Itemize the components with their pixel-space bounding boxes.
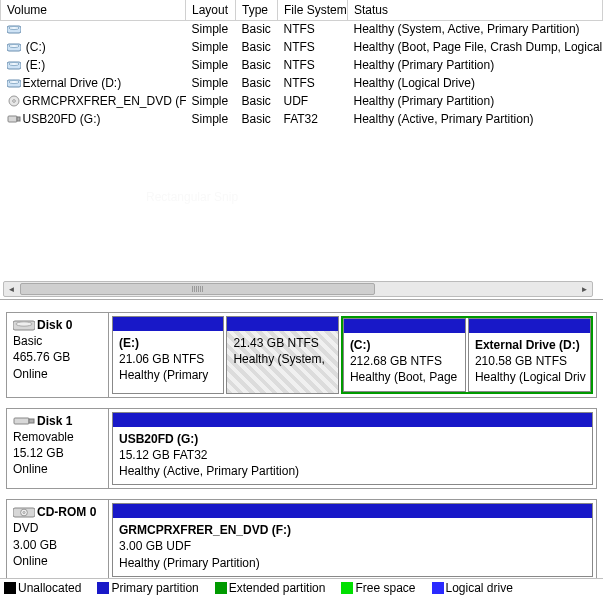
table-row[interactable]: (C:)SimpleBasicNTFSHealthy (Boot, Page F… (1, 38, 603, 56)
partition-size: 3.00 GB UDF (119, 538, 586, 554)
volume-name: (E:) (23, 58, 46, 72)
volume-name: GRMCPRXFRER_EN_DVD (F:) (23, 94, 186, 108)
disk-icon (13, 415, 35, 427)
partition-label: GRMCPRXFRER_EN_DVD (F:) (119, 522, 586, 538)
partition-status: Healthy (Active, Primary Partition) (119, 463, 586, 479)
table-row[interactable]: (E:)SimpleBasicNTFSHealthy (Primary Part… (1, 56, 603, 74)
volume-icon (7, 23, 21, 35)
volume-type: Basic (236, 74, 278, 92)
disk-icon (13, 506, 35, 518)
volume-type: Basic (236, 110, 278, 128)
partition[interactable]: External Drive (D:)210.58 GB NTFSHealthy… (468, 318, 591, 392)
legend-swatch-logical (432, 582, 444, 594)
disk-state: Online (13, 553, 102, 569)
partition-strip: USB20FD (G:)15.12 GB FAT32Healthy (Activ… (109, 409, 596, 489)
volume-name: USB20FD (G:) (23, 112, 101, 126)
table-row[interactable]: GRMCPRXFRER_EN_DVD (F:)SimpleBasicUDFHea… (1, 92, 603, 110)
partition-size: 15.12 GB FAT32 (119, 447, 586, 463)
partition-header (227, 317, 337, 331)
partition-status: Healthy (Boot, Page (350, 369, 459, 385)
partition-status: Healthy (Primary Partition) (119, 555, 586, 571)
volume-status: Healthy (System, Active, Primary Partiti… (348, 20, 603, 38)
partition-header (469, 319, 590, 333)
legend-bar: Unallocated Primary partition Extended p… (0, 578, 603, 596)
disk-row: Disk 0Basic465.76 GBOnline(E:)21.06 GB N… (6, 312, 597, 398)
partition[interactable]: 21.43 GB NTFSHealthy (System, (226, 316, 338, 394)
volume-fs: NTFS (278, 74, 348, 92)
partition-header (113, 317, 223, 331)
partition-header (113, 413, 592, 427)
volume-status: Healthy (Active, Primary Partition) (348, 110, 603, 128)
legend-swatch-unallocated (4, 582, 16, 594)
col-type[interactable]: Type (236, 0, 278, 20)
volume-fs: NTFS (278, 56, 348, 74)
volume-fs: NTFS (278, 20, 348, 38)
disk-kind: Removable (13, 429, 102, 445)
scroll-right-icon[interactable]: ► (577, 282, 592, 296)
disk-row: CD-ROM 0DVD3.00 GBOnlineGRMCPRXFRER_EN_D… (6, 499, 597, 578)
disk-info: Disk 1Removable15.12 GBOnline (7, 409, 109, 489)
table-row[interactable]: USB20FD (G:)SimpleBasicFAT32Healthy (Act… (1, 110, 603, 128)
extended-partition-container: (C:)212.68 GB NTFSHealthy (Boot, PageExt… (341, 316, 593, 394)
disk-title: Disk 0 (37, 318, 72, 332)
volume-layout: Simple (186, 38, 236, 56)
col-filesystem[interactable]: File System (278, 0, 348, 20)
volume-fs: FAT32 (278, 110, 348, 128)
partition-label: (C:) (350, 337, 459, 353)
partition-size: 21.43 GB NTFS (233, 335, 331, 351)
partition-header (113, 504, 592, 518)
disk-row: Disk 1Removable15.12 GBOnlineUSB20FD (G:… (6, 408, 597, 490)
volumes-table[interactable]: Volume Layout Type File System Status Si… (0, 0, 603, 128)
disk-size: 465.76 GB (13, 349, 102, 365)
volume-icon (7, 113, 21, 125)
disk-title: CD-ROM 0 (37, 505, 96, 519)
disk-info: Disk 0Basic465.76 GBOnline (7, 313, 109, 397)
table-row[interactable]: External Drive (D:)SimpleBasicNTFSHealth… (1, 74, 603, 92)
partition[interactable]: (C:)212.68 GB NTFSHealthy (Boot, Page (343, 318, 466, 392)
volume-fs: UDF (278, 92, 348, 110)
partition-status: Healthy (Logical Driv (475, 369, 584, 385)
col-layout[interactable]: Layout (186, 0, 236, 20)
partition-header (344, 319, 465, 333)
col-volume[interactable]: Volume (1, 0, 186, 20)
legend-label-extended: Extended partition (229, 581, 326, 595)
col-status[interactable]: Status (348, 0, 603, 20)
disk-icon (13, 319, 35, 331)
partition-label: External Drive (D:) (475, 337, 584, 353)
volume-layout: Simple (186, 92, 236, 110)
scrollbar-thumb[interactable] (20, 283, 375, 295)
legend-swatch-primary (97, 582, 109, 594)
disk-kind: Basic (13, 333, 102, 349)
disk-info: CD-ROM 0DVD3.00 GBOnline (7, 500, 109, 578)
volume-status: Healthy (Primary Partition) (348, 92, 603, 110)
legend-swatch-freespace (341, 582, 353, 594)
partition-strip: GRMCPRXFRER_EN_DVD (F:)3.00 GB UDFHealth… (109, 500, 596, 578)
disk-state: Online (13, 461, 102, 477)
disk-state: Online (13, 366, 102, 382)
partition-size: 210.58 GB NTFS (475, 353, 584, 369)
table-row[interactable]: SimpleBasicNTFSHealthy (System, Active, … (1, 20, 603, 38)
disk-graphical-pane: Disk 0Basic465.76 GBOnline(E:)21.06 GB N… (0, 305, 603, 578)
volume-layout: Simple (186, 74, 236, 92)
disk-title: Disk 1 (37, 414, 72, 428)
legend-swatch-extended (215, 582, 227, 594)
partition[interactable]: (E:)21.06 GB NTFSHealthy (Primary (112, 316, 224, 394)
volume-icon (7, 95, 21, 107)
volume-layout: Simple (186, 56, 236, 74)
legend-label-unallocated: Unallocated (18, 581, 81, 595)
volume-icon (7, 41, 21, 53)
partition-size: 21.06 GB NTFS (119, 351, 217, 367)
volume-type: Basic (236, 56, 278, 74)
partition-size: 212.68 GB NTFS (350, 353, 459, 369)
partition-status: Healthy (Primary (119, 367, 217, 383)
volume-type: Basic (236, 38, 278, 56)
volumes-horizontal-scrollbar[interactable]: ◄ ► (3, 281, 593, 297)
volume-icon (7, 59, 21, 71)
partition[interactable]: GRMCPRXFRER_EN_DVD (F:)3.00 GB UDFHealth… (112, 503, 593, 577)
volumes-pane: Volume Layout Type File System Status Si… (0, 0, 603, 300)
scroll-left-icon[interactable]: ◄ (4, 282, 19, 296)
partition[interactable]: USB20FD (G:)15.12 GB FAT32Healthy (Activ… (112, 412, 593, 486)
volume-name: (C:) (23, 40, 46, 54)
volume-status: Healthy (Boot, Page File, Crash Dump, Lo… (348, 38, 603, 56)
legend-label-logical: Logical drive (446, 581, 513, 595)
